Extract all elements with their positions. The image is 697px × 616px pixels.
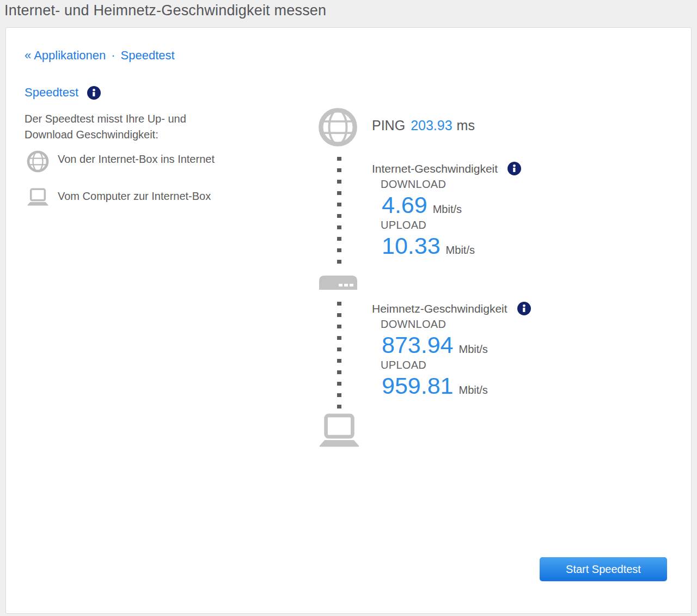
download-value: 873.94 [382,331,454,358]
dotted-connection-line [337,157,341,264]
breadcrumb-current-link[interactable]: Speedtest [121,48,175,62]
info-icon[interactable] [517,302,531,315]
upload-label: UPLOAD [381,358,601,372]
ping-result: PING203.93ms [372,118,475,133]
router-icon [319,275,357,290]
download-value-row: 873.94 Mbit/s [382,331,601,358]
upload-value-row: 10.33 Mbit/s [382,232,601,259]
list-item: Von der Internet-Box ins Internet [27,150,216,173]
upload-unit: Mbit/s [446,236,475,264]
internet-speed-heading: Internet-Geschwindigkeit [372,162,498,175]
dotted-connection-line [337,302,341,408]
download-label: DOWNLOAD [381,178,601,191]
computer-laptop-icon [318,413,360,448]
info-icon[interactable] [508,162,521,175]
speedtest-heading-row: Speedtest [25,86,101,100]
download-value: 4.69 [382,191,427,218]
ping-value: 203.93 [411,118,452,133]
upload-value-row: 959.81 Mbit/s [382,372,601,399]
info-icon[interactable] [87,86,101,100]
home-network-speed-section: Heimnetz-Geschwindigkeit DOWNLOAD 873.94… [372,300,601,399]
internet-globe-icon [318,107,358,147]
download-unit: Mbit/s [433,196,462,223]
list-item: Vom Computer zur Internet-Box [27,187,216,207]
internet-speed-section: Internet-Geschwindigkeit DOWNLOAD 4.69 M… [372,160,601,259]
upload-value: 959.81 [382,372,454,399]
speedtest-description: Der Speedtest misst Ihre Up- und Downloa… [25,111,215,143]
laptop-icon [27,187,49,207]
speedtest-heading: Speedtest [25,86,78,100]
download-label: DOWNLOAD [381,318,601,331]
breadcrumb: « Applikationen·Speedtest [25,48,175,63]
speedtest-card: « Applikationen·Speedtest Speedtest Der … [5,27,692,614]
upload-label: UPLOAD [381,218,601,232]
list-item-label: Vom Computer zur Internet-Box [58,187,216,204]
ping-label: PING [372,118,405,133]
ping-unit: ms [457,118,475,133]
page-title: Internet- und Heimnetz-Geschwindigkeit m… [4,2,326,19]
download-value-row: 4.69 Mbit/s [382,191,601,218]
upload-unit: Mbit/s [459,376,488,404]
upload-value: 10.33 [382,232,441,259]
list-item-label: Von der Internet-Box ins Internet [58,150,216,167]
download-unit: Mbit/s [459,336,488,363]
start-speedtest-button[interactable]: Start Speedtest [540,557,667,581]
home-network-heading-row: Heimnetz-Geschwindigkeit [372,300,601,318]
breadcrumb-back-link[interactable]: « Applikationen [25,48,106,62]
globe-icon [27,150,49,173]
home-network-heading: Heimnetz-Geschwindigkeit [372,302,508,315]
breadcrumb-separator: · [111,48,115,62]
internet-speed-heading-row: Internet-Geschwindigkeit [372,160,601,178]
